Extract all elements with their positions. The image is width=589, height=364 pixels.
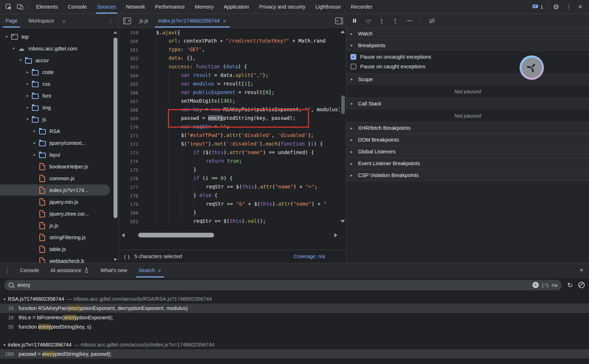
chevron-down-icon[interactable]: ▾ <box>4 34 10 39</box>
line-number[interactable]: 181 <box>119 219 144 224</box>
tree-item-font[interactable]: ▸font <box>0 90 113 102</box>
line-number[interactable]: 160 <box>119 39 144 44</box>
panel-tab-privacy-and-security[interactable]: Privacy and security <box>254 0 310 14</box>
chevron-down-icon[interactable]: ▾ <box>11 46 17 51</box>
line-number[interactable]: 165 <box>119 82 144 87</box>
tree-item-stringfiltering-js[interactable]: stringFiltering.js <box>0 231 113 243</box>
line-number[interactable]: 171 <box>119 133 144 138</box>
line-number[interactable]: 180 <box>119 210 144 216</box>
panel-tab-sources[interactable]: Sources <box>92 0 121 14</box>
line-number[interactable]: 179 <box>119 202 144 207</box>
drawer-tab-ai-assistance[interactable]: AI assistance <box>45 263 95 277</box>
pause-script-icon[interactable] <box>351 17 358 25</box>
close-drawer-icon[interactable]: × <box>580 267 589 274</box>
drawer-tab-console[interactable]: Console <box>14 263 45 277</box>
panel-tab-elements[interactable]: Elements <box>31 0 63 14</box>
tree-item-layui[interactable]: ▸layui <box>0 149 113 161</box>
editor-scroll-up-arrow[interactable] <box>341 30 345 33</box>
step-out-icon[interactable] <box>391 17 399 25</box>
chevron-right-icon[interactable]: ▸ <box>25 105 31 110</box>
clear-results-icon[interactable] <box>578 282 585 288</box>
tree-item-table-js[interactable]: table.js <box>0 243 113 255</box>
tree-item-top[interactable]: ▾top <box>0 31 113 43</box>
checkbox-row-pause-on-uncaught-exceptions[interactable]: ✓Pause on uncaught exceptions <box>346 52 589 62</box>
editor-tab-indexjs[interactable]: index.js?v=1746602356744 × <box>153 14 231 28</box>
editor-horizontal-scrollbar[interactable] <box>138 233 214 237</box>
more-options-icon[interactable]: ⋮ <box>563 3 575 11</box>
result-match-line-169[interactable]: 169passwd = encryptedString(key, passwd)… <box>0 349 589 359</box>
tree-item-common-js[interactable]: common.js <box>0 172 113 184</box>
regex-toggle[interactable]: (.*) <box>542 282 549 288</box>
tree-item-jquery-ztree-cor[interactable]: jquery.ztree.cor... <box>0 208 113 220</box>
tree-item-img[interactable]: ▸img <box>0 102 113 113</box>
panel-tab-performance[interactable]: Performance <box>150 0 190 14</box>
tree-item-webtagcheck-b[interactable]: webtagcheck.b <box>0 255 113 263</box>
close-devtools-icon[interactable]: × <box>575 3 585 11</box>
section-header-watch[interactable]: ▸Watch <box>346 28 589 39</box>
device-toolbar-icon[interactable] <box>14 1 26 12</box>
coverage-link[interactable]: Coverage: n/a <box>294 254 341 259</box>
tab-page[interactable]: Page <box>0 14 23 28</box>
step-icon[interactable] <box>405 17 413 25</box>
close-tab-icon[interactable]: × <box>223 18 226 24</box>
result-file-header-rsa-js-1746602356744[interactable]: ▾RSA.js?1746602356744— mboss.acc.gdtel.c… <box>0 294 589 304</box>
section-header-csp-violation-breakpoints[interactable]: ▸CSP Violation Breakpoints <box>346 169 589 181</box>
chevron-down-icon[interactable]: ▾ <box>18 58 24 63</box>
panel-tab-application[interactable]: Application <box>218 0 254 14</box>
section-header-event-listener-breakpoints[interactable]: ▸Event Listener Breakpoints <box>346 158 589 169</box>
tree-item-jquery-context[interactable]: ▸jquery/context... <box>0 137 113 149</box>
tree-item-mboss-acc-gdtel-com[interactable]: ▾☁mboss.acc.gdtel.com <box>0 43 113 54</box>
hide-debugger-icon[interactable] <box>335 18 343 24</box>
match-case-toggle[interactable]: Aa <box>552 282 558 288</box>
inspect-element-icon[interactable] <box>3 1 14 12</box>
tree-item-accsv[interactable]: ▾accsv <box>0 54 113 66</box>
line-number[interactable]: 159 <box>119 30 144 35</box>
tree-item-code[interactable]: ▸code <box>0 66 113 78</box>
tree-item-js[interactable]: ▾js <box>0 113 113 125</box>
scroll-right-arrow[interactable] <box>334 233 337 237</box>
editor-scroll-down-arrow[interactable] <box>341 220 345 223</box>
section-header-breakpoints[interactable]: ▾Breakpoints <box>346 40 589 51</box>
section-header-dom-breakpoints[interactable]: ▸DOM Breakpoints <box>346 134 589 146</box>
line-number[interactable]: 176 <box>119 176 144 181</box>
line-number[interactable]: 169 <box>119 116 144 121</box>
chevron-right-icon[interactable]: ▸ <box>32 141 38 145</box>
result-match-line-35[interactable]: 35function encryptedString(key, s) <box>0 322 589 331</box>
line-number[interactable]: 173 <box>119 150 144 156</box>
result-match-line-16[interactable]: 16function RSAKeyPair(encryptionExponent… <box>0 304 589 313</box>
line-number[interactable]: 162 <box>119 56 144 61</box>
drawer-more-icon[interactable]: ⋮ <box>0 267 14 274</box>
panel-tab-console[interactable]: Console <box>63 0 92 14</box>
line-number[interactable]: 170 <box>119 124 144 130</box>
panel-tab-memory[interactable]: Memory <box>190 0 218 14</box>
line-number[interactable]: 174 <box>119 159 144 164</box>
chevron-right-icon[interactable]: ▸ <box>32 152 38 157</box>
close-search-tab-icon[interactable]: × <box>158 267 161 274</box>
line-number[interactable]: 161 <box>119 47 144 53</box>
section-header-global-listeners[interactable]: ▸Global Listeners <box>346 146 589 157</box>
extension-badge[interactable] <box>520 55 544 80</box>
section-header-scope[interactable]: ▾Scope <box>346 74 589 85</box>
pretty-print-icon[interactable]: { } <box>124 254 130 259</box>
checkbox-row-pause-on-caught-exceptions[interactable]: Pause on caught exceptions <box>346 62 589 71</box>
tree-item-js-js[interactable]: js.js <box>0 220 113 231</box>
line-number[interactable]: 167 <box>119 99 144 104</box>
panel-tab-lighthouse[interactable]: Lighthouse <box>310 0 346 14</box>
chevron-right-icon[interactable]: ▸ <box>32 129 38 133</box>
issues-counter[interactable]: 1 <box>530 4 546 10</box>
scroll-down-arrow[interactable] <box>114 259 117 261</box>
chevron-right-icon[interactable]: ▸ <box>25 82 31 86</box>
checkbox[interactable]: ✓ <box>351 54 356 60</box>
editor-tab-jsjs[interactable]: js.js <box>135 14 153 28</box>
settings-gear-icon[interactable]: ⚙ <box>550 3 563 11</box>
result-file-header-index-js-v-1746602356744[interactable]: ▾index.js?v=1746602356744— mboss.acc.gdt… <box>0 340 589 349</box>
hide-navigator-icon[interactable] <box>123 18 131 24</box>
chevron-right-icon[interactable]: ▸ <box>25 70 31 74</box>
scroll-up-arrow[interactable] <box>114 31 117 34</box>
refresh-search-icon[interactable]: ↻ <box>567 281 573 289</box>
tree-item-booleanhelper-js[interactable]: booleanHelper.js <box>0 161 113 172</box>
line-number[interactable]: 166 <box>119 90 144 95</box>
deactivate-breakpoints-icon[interactable] <box>428 17 436 25</box>
line-number[interactable]: 164 <box>119 73 144 78</box>
tree-item-rsa[interactable]: ▸RSA <box>0 125 113 137</box>
